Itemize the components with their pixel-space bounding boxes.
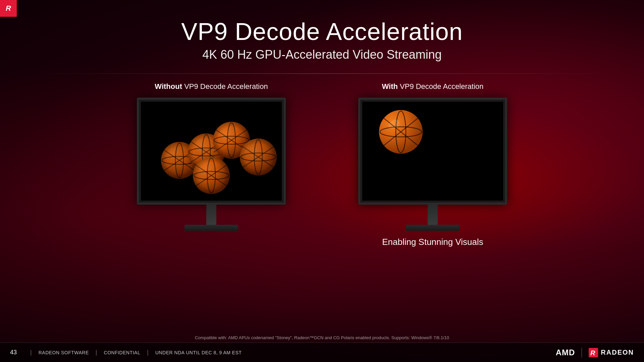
title-section: VP9 Decode Acceleration 4K 60 Hz GPU-Acc… <box>181 0 463 68</box>
without-label: Without VP9 Decode Acceleration <box>155 82 268 91</box>
separator-1: | <box>23 349 39 356</box>
with-vp9-panel: With VP9 Decode Acceleration <box>335 82 530 339</box>
page-number: 43 <box>10 349 23 356</box>
radeon-logo: R RADEON <box>589 348 634 357</box>
monitor-without <box>137 98 286 231</box>
radeon-text: RADEON <box>601 349 634 356</box>
bottom-bar-left: 43 | RADEON SOFTWARE | CONFIDENTIAL | UN… <box>10 349 556 356</box>
bottom-bar-item1: RADEON SOFTWARE <box>39 350 89 355</box>
basketball-group-svg-without <box>141 102 282 201</box>
bottom-bar-right: AMD R RADEON <box>556 348 634 358</box>
enabling-stunning-text: Enabling Stunning Visuals <box>382 237 483 247</box>
with-rest: VP9 Decode Acceleration <box>398 82 484 91</box>
monitor-screen-with <box>362 102 503 201</box>
bottom-bar-item2: CONFIDENTIAL <box>104 350 141 355</box>
main-title: VP9 Decode Acceleration <box>181 18 463 45</box>
amd-text-logo: AMD <box>556 348 575 357</box>
without-bold: Without <box>155 82 182 91</box>
without-rest: VP9 Decode Acceleration <box>182 82 268 91</box>
svg-point-29 <box>240 139 277 175</box>
without-vp9-panel: Without VP9 Decode Acceleration <box>114 82 309 339</box>
monitor-stand-neck-without <box>206 205 216 225</box>
main-content: VP9 Decode Acceleration 4K 60 Hz GPU-Acc… <box>0 0 644 342</box>
bottom-bar-item3: UNDER NDA UNTIL DEC 8, 9 AM EST <box>155 350 242 355</box>
monitor-stand-base-without <box>184 225 238 231</box>
svg-rect-30 <box>362 102 503 201</box>
sub-title: 4K 60 Hz GPU-Accelerated Video Streaming <box>181 48 463 62</box>
basketball-single-svg <box>362 102 503 201</box>
corner-logo-letter: R <box>6 4 11 13</box>
separator-3: | <box>140 349 155 356</box>
bottom-bar: 43 | RADEON SOFTWARE | CONFIDENTIAL | UN… <box>0 343 644 362</box>
radeon-r-icon: R <box>589 348 598 357</box>
with-bold: With <box>382 82 397 91</box>
divider-line <box>32 73 612 74</box>
svg-point-23 <box>193 157 230 194</box>
monitor-stand-base-with <box>406 225 460 231</box>
comparison-section: Without VP9 Decode Acceleration <box>0 79 644 342</box>
separator-2: | <box>89 349 104 356</box>
amd-brand: AMD R RADEON <box>556 348 634 358</box>
monitor-screen-without <box>141 102 282 201</box>
footer-note: Compatible with: AMD APUs codenamed "Sto… <box>0 335 644 340</box>
with-label: With VP9 Decode Acceleration <box>382 82 483 91</box>
monitor-bezel-with <box>358 98 507 205</box>
monitor-bezel-without <box>137 98 286 205</box>
amd-corner-logo: R <box>0 0 17 17</box>
svg-text:R: R <box>590 349 595 357</box>
monitor-stand-neck-with <box>428 205 438 225</box>
brand-divider <box>582 348 582 358</box>
monitor-with <box>358 98 507 231</box>
